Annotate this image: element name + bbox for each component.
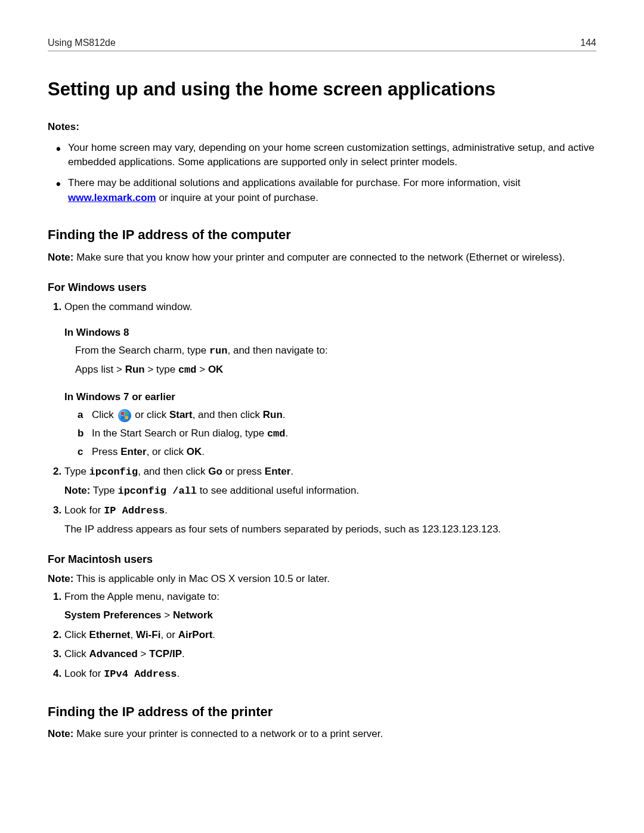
mac-steps: From the Apple menu, navigate to: System… [48,590,596,682]
mac-nav: System Preferences > Network [64,608,596,623]
page-header: Using MS812de 144 [48,36,596,51]
subheading-win7: In Windows 7 or earlier [64,390,596,405]
win7-substeps: a Click or click Start, and then click R… [78,408,596,460]
list-item: Click Ethernet, Wi-Fi, or AirPort. [64,628,596,643]
list-item: Open the command window. In Windows 8 Fr… [64,300,596,460]
win8-line: Apps list > Run > type cmd > OK [75,363,596,378]
mac-note: Note: This is applicable only in Mac OS … [48,572,596,587]
page-title: Setting up and using the home screen app… [48,76,596,103]
windows-start-icon [118,409,131,422]
lexmark-link[interactable]: www.lexmark.com [68,192,156,203]
section-heading-find-ip-computer: Finding the IP address of the computer [48,225,596,244]
list-item: b In the Start Search or Run dialog, typ… [78,426,596,442]
list-item: Look for IP Address. The IP address appe… [64,503,596,537]
step2-note: Note: Type ipconfig /all to see addition… [64,484,596,499]
notes-label: Notes: [48,120,596,135]
win8-line: From the Search charm, type run, and the… [75,343,596,359]
note-item: There may be additional solutions and ap… [68,176,596,205]
step3-desc: The IP address appears as four sets of n… [64,522,596,537]
list-item: c Press Enter, or click OK. [78,445,596,460]
note-item: Your home screen may vary, depending on … [68,141,596,170]
list-item: Type ipconfig, and then click Go or pres… [64,465,596,498]
list-item: Click Advanced > TCP/IP. [64,647,596,662]
section-heading-find-ip-printer: Finding the IP address of the printer [48,702,596,721]
windows-steps: Open the command window. In Windows 8 Fr… [48,300,596,537]
notes-list: Your home screen may vary, depending on … [48,141,596,206]
printer-note: Note: Make sure your printer is connecte… [48,727,596,742]
header-page-number: 144 [580,36,596,49]
list-item: a Click or click Start, and then click R… [78,408,596,423]
subheading-mac: For Macintosh users [48,552,596,567]
subheading-win8: In Windows 8 [64,326,596,340]
list-item: From the Apple menu, navigate to: System… [64,590,596,623]
note-paragraph: Note: Make sure that you know how your p… [48,250,596,265]
header-left: Using MS812de [48,36,116,49]
list-item: Look for IPv4 Address. [64,667,596,682]
subheading-windows: For Windows users [48,280,596,295]
